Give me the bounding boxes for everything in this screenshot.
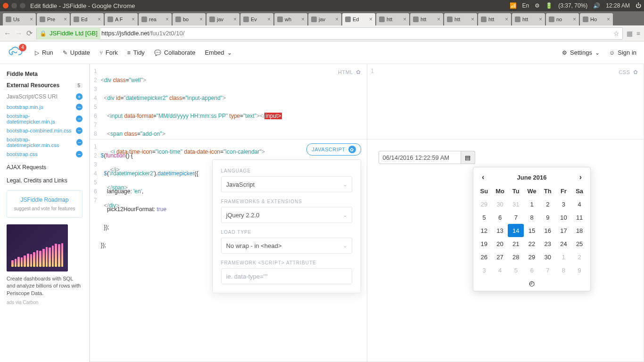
browser-tab[interactable]: Ev× (240, 13, 273, 25)
collaborate-button[interactable]: 💬Collaborate (154, 49, 196, 56)
browser-tab[interactable]: Ho× (580, 13, 613, 25)
calendar-day[interactable]: 4 (492, 263, 508, 277)
js-panel-label[interactable]: JAVASCRIPT✿ (306, 143, 361, 156)
back-button[interactable]: ← (4, 29, 11, 38)
calendar-day[interactable]: 1 (524, 197, 540, 211)
calendar-day[interactable]: 2 (540, 197, 556, 211)
close-tab-icon[interactable]: × (98, 16, 101, 23)
browser-tab[interactable]: rea× (139, 13, 172, 25)
next-month-button[interactable]: › (577, 173, 585, 181)
power-icon[interactable]: ⏻ (636, 2, 641, 9)
close-tab-icon[interactable]: × (132, 16, 135, 23)
scriptattr-input[interactable] (221, 268, 352, 284)
reload-button[interactable]: ⟳ (26, 29, 33, 38)
browser-tab[interactable]: no× (546, 13, 579, 25)
calendar-day[interactable]: 27 (492, 250, 508, 263)
calendar-day[interactable]: 21 (508, 237, 524, 250)
calendar-day[interactable]: 10 (556, 211, 572, 224)
bluetooth-icon[interactable]: ⚙ (535, 2, 540, 9)
menu-icon[interactable]: ≡ (636, 30, 640, 37)
calendar-day[interactable]: 30 (540, 250, 556, 263)
calendar-day[interactable]: 15 (524, 224, 540, 237)
close-tab-icon[interactable]: × (573, 16, 576, 23)
css-panel-label[interactable]: CSS✿ (619, 69, 638, 75)
calendar-day[interactable]: 9 (571, 263, 587, 277)
volume-icon[interactable]: 🔊 (593, 2, 600, 9)
browser-tab[interactable]: Ed× (342, 13, 375, 25)
sidebar-legal-heading[interactable]: Legal, Credits and Links (7, 177, 83, 184)
close-tab-icon[interactable]: × (335, 16, 339, 23)
calendar-day[interactable]: 16 (540, 224, 556, 237)
browser-tab[interactable]: htt× (478, 13, 511, 25)
close-tab-icon[interactable]: × (437, 16, 440, 23)
browser-tab[interactable]: htt× (410, 13, 443, 25)
external-resource-item[interactable]: bootstrap-datetimepicker.min.js− (7, 113, 83, 124)
calendar-day[interactable]: 29 (476, 197, 492, 211)
sidebar-ext-heading[interactable]: External Resources5 (7, 82, 83, 89)
remove-resource-icon[interactable]: − (76, 127, 83, 134)
calendar-day[interactable]: 5 (476, 211, 492, 224)
run-button[interactable]: ▷Run (35, 49, 53, 56)
external-resource-item[interactable]: bootstrap.css− (7, 151, 83, 157)
calendar-day[interactable]: 7 (540, 263, 556, 277)
close-tab-icon[interactable]: × (301, 16, 305, 23)
sidebar-ajax-heading[interactable]: AJAX Requests (7, 164, 83, 171)
ad-attribution[interactable]: ads via Carbon (7, 300, 83, 305)
calendar-day[interactable]: 24 (556, 237, 572, 250)
tidy-button[interactable]: ≡Tidy (127, 49, 145, 56)
ad-text[interactable]: Create dashboards with SQL and analyze b… (7, 275, 83, 297)
browser-tab[interactable]: jav× (308, 13, 341, 25)
calendar-day[interactable]: 20 (492, 237, 508, 250)
close-tab-icon[interactable]: × (267, 16, 271, 23)
remove-resource-icon[interactable]: − (76, 115, 83, 122)
close-tab-icon[interactable]: × (233, 16, 237, 23)
sidebar-meta-heading[interactable]: Fiddle Meta (7, 71, 83, 77)
close-tab-icon[interactable]: × (64, 16, 67, 23)
close-tab-icon[interactable]: × (199, 16, 203, 23)
add-resource-icon[interactable]: + (76, 93, 83, 100)
css-panel[interactable]: CSS✿ 1 (367, 64, 644, 140)
browser-tab[interactable]: Us× (3, 13, 36, 25)
html-panel[interactable]: HTML✿ 12345678 <div class="well"> <div i… (90, 64, 367, 140)
calendar-day[interactable]: 2 (571, 250, 587, 263)
gear-icon[interactable]: ✿ (633, 69, 638, 75)
calendar-day[interactable]: 25 (571, 237, 587, 250)
time-toggle-icon[interactable]: ◴ (529, 280, 535, 287)
browser-tab[interactable]: htt× (444, 13, 477, 25)
calendar-day[interactable]: 17 (556, 224, 572, 237)
address-bar[interactable]: 🔒JSFiddle Ltd [GB] https://jsfiddle.net/… (36, 27, 623, 40)
framework-select[interactable]: jQuery 2.2.0⌄ (221, 207, 352, 223)
calendar-day[interactable]: 7 (508, 211, 524, 224)
html-panel-label[interactable]: HTML✿ (338, 69, 361, 75)
calendar-day[interactable]: 23 (540, 237, 556, 250)
calendar-day[interactable]: 26 (476, 250, 492, 263)
datepicker-title[interactable]: June 2016 (517, 174, 547, 181)
calendar-day[interactable]: 11 (571, 211, 587, 224)
external-resource-item[interactable]: bootstrap.min.js− (7, 104, 83, 110)
close-tab-icon[interactable]: × (165, 16, 169, 23)
calendar-day[interactable]: 14 (508, 224, 524, 237)
calendar-day[interactable]: 3 (556, 197, 572, 211)
embed-button[interactable]: Embed⌄ (205, 49, 231, 56)
calendar-day[interactable]: 4 (571, 197, 587, 211)
lang-indicator[interactable]: En (522, 2, 529, 9)
calendar-day[interactable]: 9 (540, 211, 556, 224)
signin-button[interactable]: ☺Sign in (609, 49, 636, 56)
clock[interactable]: 12:28 AM (606, 2, 630, 9)
settings-button[interactable]: ⚙Settings⌄ (562, 49, 600, 56)
css-source[interactable] (378, 64, 379, 79)
close-tab-icon[interactable]: × (369, 16, 372, 23)
calendar-day[interactable]: 29 (524, 250, 540, 263)
close-tab-icon[interactable]: × (403, 16, 406, 23)
forward-button[interactable]: → (15, 29, 23, 38)
roadmap-box[interactable]: JSFiddle Roadmap suggest and vote for fe… (7, 190, 83, 218)
loadtype-select[interactable]: No wrap - in <head>⌄ (221, 238, 352, 254)
update-button[interactable]: ✎Update (63, 49, 90, 56)
browser-tab[interactable]: A F× (105, 13, 138, 25)
calendar-day[interactable]: 13 (492, 224, 508, 237)
jsfiddle-logo[interactable]: 4 (8, 47, 24, 59)
calendar-day[interactable]: 22 (524, 237, 540, 250)
roadmap-link[interactable]: JSFiddle Roadmap (13, 197, 76, 203)
external-resource-item[interactable]: bootstrap-datetimepicker.min.css− (7, 137, 83, 148)
calendar-day[interactable]: 6 (524, 263, 540, 277)
